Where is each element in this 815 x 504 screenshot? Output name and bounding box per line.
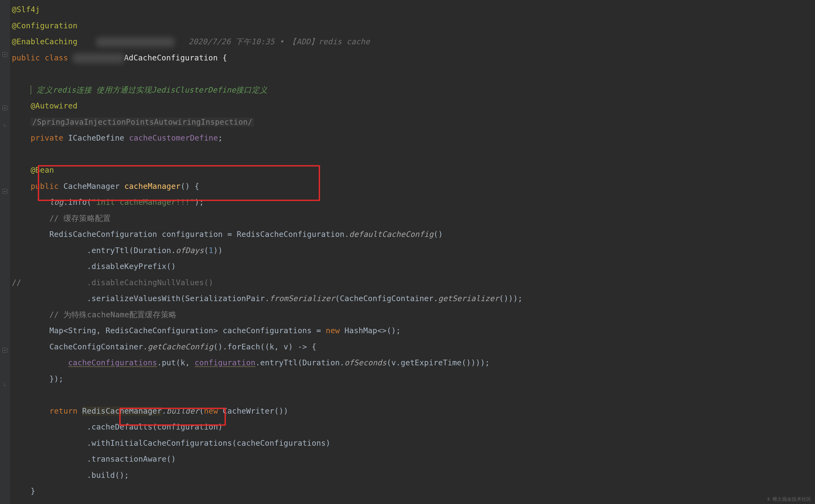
number-literal: 1 <box>209 246 213 255</box>
punct: }); <box>49 374 63 383</box>
call: .withInitialCacheConfigurations(cacheCon… <box>87 439 331 448</box>
punct: ( <box>335 294 340 303</box>
fold-toggle-icon[interactable] <box>2 189 7 194</box>
string-literal: "init cacheManager!!!" <box>91 198 195 207</box>
line-comment: // <box>12 278 21 287</box>
inline-blame-hint: 2020/7/26 下午10:35 • 【ADD】redis cache <box>189 37 370 46</box>
punct: )) <box>213 246 223 255</box>
static-call: builder <box>167 407 199 416</box>
punct: ) -> { <box>288 342 316 351</box>
param: k <box>181 358 185 367</box>
kw-public: public <box>30 182 59 191</box>
annotation: @EnableCaching <box>12 37 77 46</box>
call: .disableKeyPrefix() <box>87 262 176 271</box>
editor-gutter <box>0 0 10 504</box>
kw-class: class <box>45 53 68 62</box>
method-name: cacheManager <box>124 182 181 191</box>
line-comment: // 为特殊cacheName配置缓存策略 <box>49 310 176 319</box>
type: CacheManager <box>63 182 120 191</box>
static-call: getSerializer <box>438 294 499 303</box>
log-ref: log <box>49 198 63 207</box>
call: .entryTtl( <box>87 246 134 255</box>
line-comment: // 缓存策略配置 <box>49 214 111 223</box>
call: .info( <box>63 198 91 207</box>
call: .serializeValuesWith( <box>87 294 185 303</box>
kw-private: private <box>30 134 63 142</box>
call: .cacheDefaults(configuration) <box>87 423 223 431</box>
static-call: ofDays <box>176 246 204 255</box>
static-call: ofSeconds <box>344 358 386 367</box>
op: = <box>223 230 237 239</box>
call: .entryTtl(Duration. <box>256 358 345 367</box>
punct: ())); <box>499 294 522 303</box>
punct: , <box>274 342 284 351</box>
static-call: fromSerializer <box>270 294 335 303</box>
type: RedisCacheManager <box>82 407 162 416</box>
type: CacheConfigContainer <box>340 294 433 303</box>
commented-call: .disableCachingNullValues() <box>87 278 213 287</box>
type: ICacheDefine <box>68 134 124 142</box>
call: .transactionAware() <box>87 455 176 464</box>
fold-end-icon <box>4 124 6 126</box>
kw-new: new <box>321 326 345 335</box>
redacted-prefix <box>73 53 124 63</box>
var: configuration <box>162 230 223 239</box>
var-ref: cacheConfigurations <box>68 358 157 367</box>
call: (v.getExpireTime()))); <box>387 358 490 367</box>
kw-public: public <box>12 53 40 62</box>
var: cacheConfigurations <box>223 326 312 335</box>
redacted-author <box>96 37 174 47</box>
fold-toggle-icon[interactable] <box>2 105 7 110</box>
annotation: @Configuration <box>12 21 77 30</box>
field: cacheCustomerDefine <box>129 134 218 142</box>
logo-icon <box>766 497 771 501</box>
static-call: defaultCacheConfig <box>349 230 433 239</box>
punct: () <box>433 230 443 239</box>
annotation-bean: @Bean <box>30 166 54 175</box>
class-name: AdCacheConfiguration <box>124 53 218 62</box>
var-ref: configuration <box>195 358 256 367</box>
code-editor-content[interactable]: @Slf4j @Configuration @EnableCaching 202… <box>12 2 522 499</box>
fold-toggle-icon[interactable] <box>2 348 7 353</box>
semi: ; <box>218 134 223 142</box>
type: HashMap<>(); <box>344 326 400 335</box>
type: RedisCacheConfiguration <box>49 230 157 239</box>
type: CacheWriter <box>223 407 274 416</box>
brace-close: } <box>30 487 35 496</box>
fold-end-icon <box>4 383 6 386</box>
call: .put( <box>157 358 181 367</box>
type: Duration <box>134 246 171 255</box>
type: Map<String, RedisCacheConfiguration> <box>49 326 223 335</box>
call: .build(); <box>87 471 129 480</box>
watermark: 稀土掘金技术社区 <box>766 496 811 502</box>
param: k <box>270 342 274 351</box>
type: CacheConfigContainer <box>49 342 143 351</box>
type: SerializationPair <box>185 294 265 303</box>
call: .forEach(( <box>223 342 270 351</box>
punct: ); <box>195 198 204 207</box>
fold-toggle-icon[interactable] <box>2 52 7 57</box>
watermark-text: 稀土掘金技术社区 <box>772 496 811 502</box>
static-call: getCacheConfig <box>148 342 213 351</box>
javadoc-line: 定义redis连接 使用方通过实现JedisClusterDefine接口定义 <box>30 86 267 94</box>
annotation: @Autowired <box>30 101 77 110</box>
punct: ()) <box>274 407 288 416</box>
suppress-inspection-comment: /SpringJavaInjectionPointsAutowiringInsp… <box>30 118 254 127</box>
punct: () { <box>181 182 199 191</box>
brace: { <box>218 53 227 62</box>
param: v <box>284 342 288 351</box>
kw-new: new <box>204 407 218 416</box>
annotation: @Slf4j <box>12 5 40 14</box>
kw-return: return <box>49 407 77 416</box>
type: RedisCacheConfiguration <box>237 230 344 239</box>
